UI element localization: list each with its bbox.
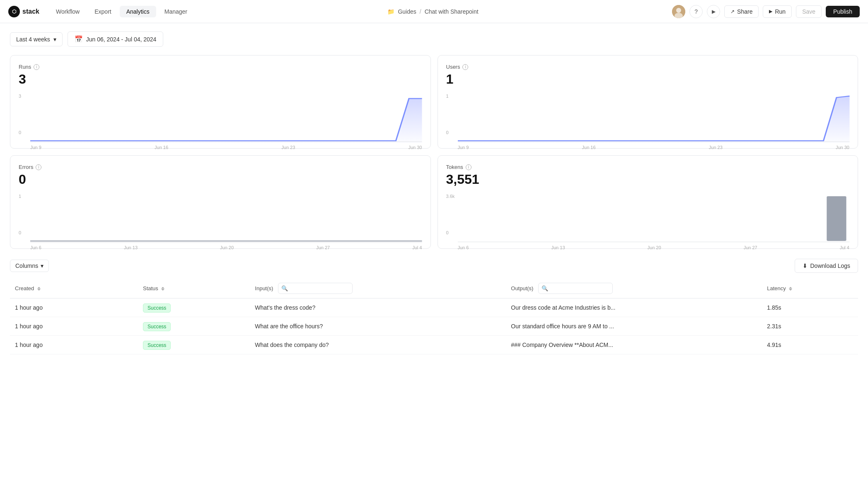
columns-button[interactable]: Columns ▾ (10, 260, 49, 272)
filters-bar: Last 4 weeks ▾ 📅 Jun 06, 2024 - Jul 04, … (10, 31, 858, 47)
share-icon: ↗ (730, 9, 735, 14)
logs-table: Created Status Input(s) 🔍 (10, 279, 858, 354)
status-badge: Success (143, 303, 171, 313)
row3-latency: 4.91s (762, 336, 858, 354)
row1-input: What's the dress code? (250, 298, 506, 317)
date-range-display[interactable]: 📅 Jun 06, 2024 - Jul 04, 2024 (68, 31, 164, 47)
nav-analytics[interactable]: Analytics (120, 6, 156, 17)
sort-created-icon[interactable] (37, 287, 41, 291)
avatar (672, 5, 685, 18)
share-button[interactable]: ↗ Share (724, 5, 759, 18)
svg-point-1 (676, 8, 681, 13)
tokens-info-icon[interactable]: i (466, 164, 471, 170)
tokens-title: Tokens i (446, 164, 850, 170)
publish-button[interactable]: Publish (826, 6, 860, 17)
users-value: 1 (446, 72, 850, 87)
search-icon: 🔍 (542, 285, 548, 291)
folder-icon: 📁 (387, 8, 394, 15)
errors-chart-area: 1 0 (19, 194, 422, 243)
users-chart-card: Users i 1 1 0 (438, 55, 858, 149)
users-title: Users i (446, 64, 850, 70)
save-button[interactable]: Save (796, 5, 822, 18)
tokens-x-axis: Jun 6 Jun 13 Jun 20 Jun 27 Jul 4 (458, 245, 850, 250)
table-header: Columns ▾ ⬇ Download Logs (10, 259, 858, 273)
nav-workflow[interactable]: Workflow (49, 6, 86, 17)
tokens-chart-card: Tokens i 3,551 3.6k 0 Jun 6 (438, 155, 858, 249)
header-actions: ? ▶ ↗ Share ▶ Run Save Publish (672, 5, 860, 18)
download-logs-button[interactable]: ⬇ Download Logs (795, 259, 858, 273)
errors-y-axis: 1 0 (19, 194, 21, 243)
charts-grid: Runs i 3 3 0 (10, 55, 858, 249)
help-button[interactable]: ? (689, 5, 703, 18)
row2-output: Our standard office hours are 9 AM to ..… (506, 317, 762, 336)
date-range-text: Jun 06, 2024 - Jul 04, 2024 (86, 36, 157, 43)
tokens-value: 3,551 (446, 172, 850, 187)
table-row: 1 hour ago Success What's the dress code… (10, 298, 858, 317)
errors-svg (30, 194, 422, 243)
errors-x-axis: Jun 6 Jun 13 Jun 20 Jun 27 Jul 4 (30, 245, 422, 250)
row3-output: ### Company Overview **About ACM... (506, 336, 762, 354)
chevron-down-icon: ▾ (41, 262, 44, 269)
breadcrumb-separator: / (420, 8, 421, 15)
chevron-down-icon: ▾ (53, 36, 56, 43)
breadcrumb: 📁 Guides / Chat with Sharepoint (194, 8, 672, 15)
app-header: ⬡ stack Workflow Export Analytics Manage… (0, 0, 868, 23)
errors-info-icon[interactable]: i (36, 164, 41, 170)
th-outputs: Output(s) 🔍 (506, 279, 762, 298)
runs-chart-inner (30, 94, 422, 143)
play-outline-button[interactable]: ▶ (707, 5, 720, 18)
table-header-row: Created Status Input(s) 🔍 (10, 279, 858, 298)
row1-output: Our dress code at Acme Industries is b..… (506, 298, 762, 317)
runs-chart-area: 3 0 (19, 94, 422, 143)
input-search-wrap: 🔍 (278, 285, 353, 291)
sort-status-icon[interactable] (161, 287, 164, 291)
users-y-axis: 1 0 (446, 94, 449, 143)
status-badge: Success (143, 341, 171, 350)
row3-created: 1 hour ago (10, 336, 138, 354)
output-search-field[interactable] (538, 283, 613, 294)
columns-label: Columns (15, 262, 38, 269)
tokens-y-axis: 3.6k 0 (446, 194, 455, 243)
status-badge: Success (143, 322, 171, 331)
runs-title: Runs i (19, 64, 422, 70)
main-content: Last 4 weeks ▾ 📅 Jun 06, 2024 - Jul 04, … (0, 23, 868, 363)
logo-icon: ⬡ (8, 6, 20, 17)
runs-x-axis: Jun 9 Jun 16 Jun 23 Jun 30 (30, 145, 422, 150)
row1-created: 1 hour ago (10, 298, 138, 317)
runs-value: 3 (19, 72, 422, 87)
th-created: Created (10, 279, 138, 298)
errors-value: 0 (19, 172, 422, 187)
run-icon: ▶ (769, 9, 772, 14)
period-selector[interactable]: Last 4 weeks ▾ (10, 32, 63, 46)
users-x-axis: Jun 9 Jun 16 Jun 23 Jun 30 (458, 145, 850, 150)
runs-y-axis: 3 0 (19, 94, 21, 143)
nav-manager[interactable]: Manager (158, 6, 194, 17)
row2-latency: 2.31s (762, 317, 858, 336)
nav-export[interactable]: Export (88, 6, 118, 17)
tokens-chart-inner (458, 194, 850, 243)
download-icon: ⬇ (803, 262, 808, 269)
users-info-icon[interactable]: i (462, 64, 468, 70)
row2-created: 1 hour ago (10, 317, 138, 336)
row1-status: Success (138, 298, 250, 317)
th-latency: Latency (762, 279, 858, 298)
th-inputs: Input(s) 🔍 (250, 279, 506, 298)
table-row: 1 hour ago Success What does the company… (10, 336, 858, 354)
row1-latency: 1.85s (762, 298, 858, 317)
output-search-wrap: 🔍 (538, 285, 613, 291)
tokens-svg (458, 194, 850, 243)
row2-input: What are the office hours? (250, 317, 506, 336)
run-button[interactable]: ▶ Run (763, 5, 792, 18)
users-svg (458, 94, 850, 143)
users-chart-area: 1 0 (446, 94, 850, 143)
breadcrumb-guides[interactable]: Guides (398, 8, 416, 15)
input-search-container: 🔍 (278, 283, 353, 294)
svg-rect-6 (827, 196, 846, 241)
sort-latency-icon[interactable] (789, 287, 792, 291)
runs-chart-card: Runs i 3 3 0 (10, 55, 431, 149)
app-logo: ⬡ stack (8, 6, 39, 17)
errors-title: Errors i (19, 164, 422, 170)
runs-info-icon[interactable]: i (34, 64, 39, 70)
calendar-icon: 📅 (75, 35, 83, 43)
input-search-field[interactable] (278, 283, 353, 294)
